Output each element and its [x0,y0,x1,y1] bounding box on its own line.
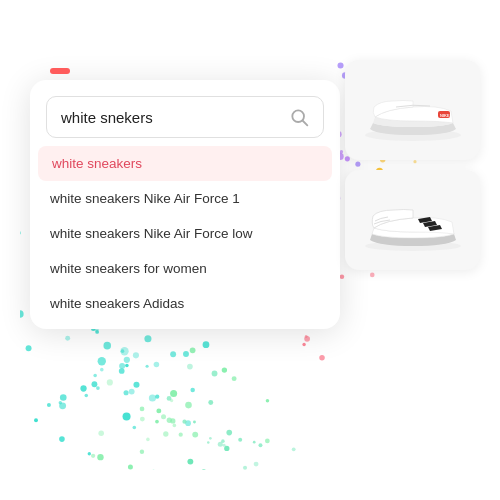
search-input[interactable] [61,109,289,126]
search-icon [289,107,309,127]
suggestions-list: white sneakerswhite sneakers Nike Air Fo… [30,146,340,321]
suggestion-item-2[interactable]: white sneakers Nike Air Force 1 [30,181,340,216]
suggestion-item-1[interactable]: white sneakers [38,146,332,181]
search-bar-wrapper [46,96,324,138]
sneaker-image-adidas [358,183,468,258]
svg-text:NIKE: NIKE [440,113,450,118]
product-card-adidas[interactable] [345,170,480,270]
suggestion-item-4[interactable]: white sneakers for women [30,251,340,286]
svg-line-1 [303,121,308,126]
suggestion-item-5[interactable]: white sneakers Adidas [30,286,340,321]
main-scene: white sneakerswhite sneakers Nike Air Fo… [20,30,480,470]
search-bar [46,96,324,138]
search-button[interactable] [289,107,309,127]
product-card-nike-af1[interactable]: NIKE [345,60,480,160]
search-card: white sneakerswhite sneakers Nike Air Fo… [30,80,340,329]
product-cards: NIKE [345,60,480,270]
suggestion-item-3[interactable]: white sneakers Nike Air Force low [30,216,340,251]
typo-badge [50,68,70,74]
sneaker-image-af1: NIKE [358,73,468,148]
